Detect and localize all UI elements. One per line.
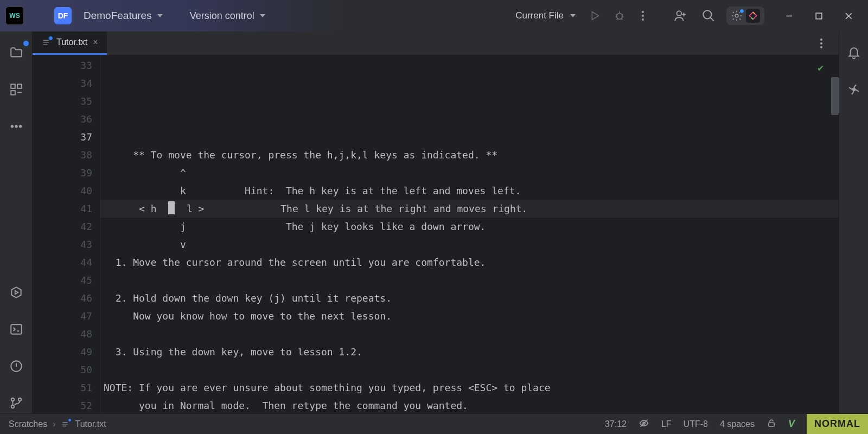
code-line: you in Normal mode. Then retype the comm… bbox=[100, 397, 839, 413]
tab-options-button[interactable] bbox=[814, 35, 829, 52]
vim-mode-badge: NORMAL bbox=[807, 414, 868, 434]
chevron-down-icon bbox=[260, 14, 265, 17]
svg-rect-7 bbox=[11, 91, 15, 95]
bell-icon bbox=[847, 46, 861, 60]
svg-rect-4 bbox=[816, 13, 822, 19]
more-vertical-icon bbox=[817, 39, 826, 48]
badge-dot bbox=[23, 40, 29, 47]
readonly-toggle[interactable] bbox=[639, 418, 649, 431]
editor-body[interactable]: 3334353637383940414243444546474849505152… bbox=[33, 55, 839, 413]
structure-tool-button[interactable] bbox=[6, 79, 27, 100]
more-horizontal-icon bbox=[9, 119, 23, 133]
svg-point-15 bbox=[18, 398, 21, 401]
code-line: j The j key looks like a down arrow. bbox=[100, 218, 839, 235]
svg-point-3 bbox=[735, 14, 738, 17]
scrollbar-track[interactable] bbox=[831, 55, 839, 413]
app-icon: WS bbox=[5, 7, 24, 25]
services-tool-button[interactable] bbox=[6, 282, 27, 303]
code-line bbox=[100, 361, 839, 379]
vim-plugin-indicator[interactable]: V bbox=[788, 418, 795, 430]
ai-assistant-icon bbox=[746, 9, 760, 23]
terminal-tool-button[interactable] bbox=[6, 319, 27, 340]
svg-point-2 bbox=[703, 10, 711, 18]
project-selector[interactable]: DemoFeatures bbox=[78, 7, 166, 25]
code-line bbox=[100, 325, 839, 343]
structure-icon bbox=[9, 82, 23, 97]
chevron-right-icon: › bbox=[53, 419, 55, 429]
tab-close-button[interactable]: × bbox=[93, 37, 98, 47]
svg-point-10 bbox=[19, 125, 21, 127]
problems-tool-button[interactable] bbox=[6, 356, 27, 376]
run-button[interactable] bbox=[585, 7, 604, 25]
play-icon bbox=[589, 10, 601, 22]
unlock-icon bbox=[767, 418, 776, 428]
project-name-label: DemoFeatures bbox=[84, 10, 152, 22]
play-hex-icon bbox=[9, 285, 23, 299]
git-branch-icon bbox=[9, 396, 23, 410]
file-icon bbox=[41, 37, 51, 47]
line-separator[interactable]: LF bbox=[661, 419, 672, 429]
vim-cursor bbox=[168, 201, 175, 214]
inspection-ok-icon[interactable]: ✔ bbox=[818, 59, 824, 76]
code-line: 3. Using the down key, move to lesson 1.… bbox=[100, 343, 839, 361]
code-area[interactable]: ✔ ** To move the cursor, press the h,j,k… bbox=[100, 55, 839, 413]
eye-off-icon bbox=[639, 418, 649, 429]
code-line bbox=[100, 128, 839, 146]
window-minimize-button[interactable] bbox=[782, 9, 796, 23]
search-icon bbox=[701, 9, 716, 23]
code-line: ^ bbox=[100, 164, 839, 182]
svg-rect-6 bbox=[17, 84, 22, 88]
editor-tab-bar: Tutor.txt × bbox=[33, 31, 839, 55]
code-line: Now you know how to move to the next les… bbox=[100, 307, 839, 325]
breadcrumbs[interactable]: Scratches › Tutor.txt bbox=[9, 419, 106, 429]
left-tool-rail bbox=[0, 31, 33, 413]
breadcrumb-root[interactable]: Scratches bbox=[9, 419, 47, 429]
project-chip[interactable]: DF bbox=[54, 7, 72, 24]
notifications-button[interactable] bbox=[844, 42, 864, 63]
project-tool-button[interactable] bbox=[6, 42, 27, 63]
right-tool-rail bbox=[839, 31, 868, 413]
svg-point-14 bbox=[11, 405, 14, 408]
window-maximize-button[interactable] bbox=[812, 9, 826, 23]
svg-rect-17 bbox=[769, 423, 775, 426]
settings-updates-button[interactable] bbox=[726, 7, 764, 25]
run-config-label: Current File bbox=[515, 10, 564, 21]
line-gutter: 3334353637383940414243444546474849505152 bbox=[33, 55, 100, 413]
more-tools-button[interactable] bbox=[6, 116, 27, 137]
main-menu-button[interactable] bbox=[30, 9, 46, 23]
debug-button[interactable] bbox=[610, 7, 629, 25]
svg-point-9 bbox=[15, 125, 17, 127]
svg-point-13 bbox=[11, 398, 14, 401]
readonly-lock[interactable] bbox=[767, 418, 776, 430]
more-actions-button[interactable] bbox=[635, 8, 650, 24]
main-area: Tutor.txt × 3334353637383940414243444546… bbox=[0, 31, 868, 413]
svg-point-8 bbox=[11, 125, 12, 127]
breadcrumb-file[interactable]: Tutor.txt bbox=[75, 419, 106, 429]
file-icon bbox=[61, 420, 69, 429]
indent-settings[interactable]: 4 spaces bbox=[720, 419, 755, 429]
svg-point-1 bbox=[677, 11, 682, 16]
chevron-down-icon bbox=[570, 14, 576, 17]
vcs-tool-button[interactable] bbox=[6, 393, 27, 413]
code-with-me-button[interactable] bbox=[670, 5, 691, 26]
scrollbar-thumb[interactable] bbox=[831, 77, 839, 115]
editor-tab-active[interactable]: Tutor.txt × bbox=[33, 31, 107, 55]
search-everywhere-button[interactable] bbox=[698, 5, 719, 26]
version-control-menu[interactable]: Version control bbox=[173, 7, 269, 25]
window-close-button[interactable] bbox=[841, 9, 856, 23]
ai-side-button[interactable] bbox=[844, 79, 864, 100]
chevron-down-icon bbox=[157, 14, 163, 17]
file-encoding[interactable]: UTF-8 bbox=[684, 419, 708, 429]
code-line: k Hint: The h key is at the left and mov… bbox=[100, 182, 839, 200]
code-line: ** To move the cursor, press the h,j,k,l… bbox=[100, 146, 839, 164]
alert-circle-icon bbox=[9, 359, 23, 373]
tab-title: Tutor.txt bbox=[56, 37, 87, 47]
run-config-selector[interactable]: Current File bbox=[512, 7, 579, 24]
code-line: v bbox=[100, 235, 839, 253]
status-bar: Scratches › Tutor.txt 37:12 LF UTF-8 4 s… bbox=[0, 413, 868, 434]
bug-icon bbox=[614, 10, 626, 22]
update-dot-badge bbox=[739, 9, 744, 14]
terminal-icon bbox=[9, 322, 23, 336]
maximize-icon bbox=[815, 12, 823, 20]
caret-position[interactable]: 37:12 bbox=[605, 419, 627, 429]
